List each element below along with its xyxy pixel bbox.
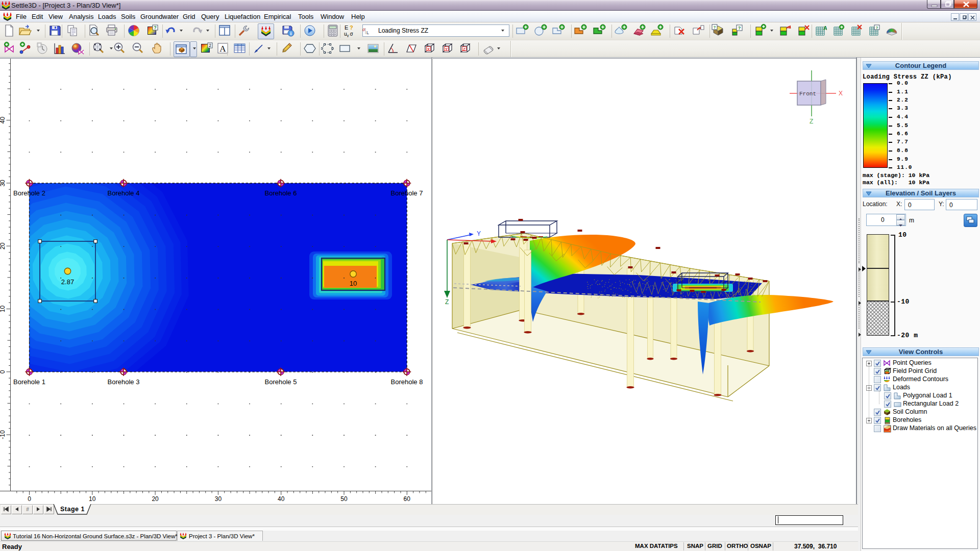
svg-text:20: 20: [0, 242, 6, 249]
svg-text:20: 20: [152, 495, 159, 503]
svg-text:40: 40: [0, 117, 6, 124]
svg-text:0: 0: [0, 370, 6, 373]
svg-text:0: 0: [28, 495, 31, 503]
svg-text:Borehole 5: Borehole 5: [265, 378, 297, 386]
svg-text:Front: Front: [799, 91, 816, 97]
svg-text:Borehole 6: Borehole 6: [265, 189, 297, 197]
svg-text:σ: σ: [362, 27, 365, 32]
svg-text:?: ?: [738, 26, 741, 31]
svg-text:uγσ: uγσ: [344, 31, 354, 37]
svg-text:#: #: [26, 507, 29, 512]
svg-text:50: 50: [340, 495, 348, 503]
svg-text:30: 30: [0, 180, 6, 187]
svg-text:?: ?: [154, 25, 157, 30]
svg-text:Y: Y: [445, 47, 448, 52]
svg-text:E: E: [345, 24, 348, 31]
svg-text:X: X: [427, 47, 430, 52]
svg-text:Y: Y: [477, 230, 481, 237]
svg-text:-10: -10: [0, 430, 6, 439]
svg-text:Z: Z: [810, 118, 813, 125]
svg-text:i: i: [290, 31, 292, 36]
svg-text:40: 40: [278, 495, 285, 503]
svg-text:Borehole 1: Borehole 1: [13, 378, 45, 386]
svg-text:Borehole 2: Borehole 2: [13, 189, 45, 197]
svg-text:Z: Z: [463, 47, 465, 52]
svg-text:60: 60: [404, 495, 411, 503]
svg-text:A: A: [219, 44, 226, 54]
svg-text:10: 10: [0, 306, 6, 313]
svg-text:?: ?: [876, 26, 878, 30]
svg-text:30: 30: [215, 495, 222, 503]
svg-text:Borehole 8: Borehole 8: [391, 378, 423, 386]
svg-text:L: L: [366, 30, 369, 35]
svg-text:2: 2: [209, 43, 211, 48]
svg-text:X: X: [839, 90, 843, 97]
svg-text:2.87: 2.87: [61, 278, 74, 286]
svg-text:10: 10: [350, 280, 357, 287]
svg-text:Z: Z: [445, 298, 449, 306]
svg-text:?: ?: [714, 25, 716, 30]
svg-text:Borehole 3: Borehole 3: [108, 378, 140, 386]
svg-text:A: A: [823, 25, 827, 31]
svg-text:?: ?: [350, 24, 353, 31]
svg-text:Borehole 7: Borehole 7: [391, 189, 423, 197]
svg-text:Borehole 4: Borehole 4: [108, 189, 140, 197]
svg-text:10: 10: [89, 495, 96, 503]
